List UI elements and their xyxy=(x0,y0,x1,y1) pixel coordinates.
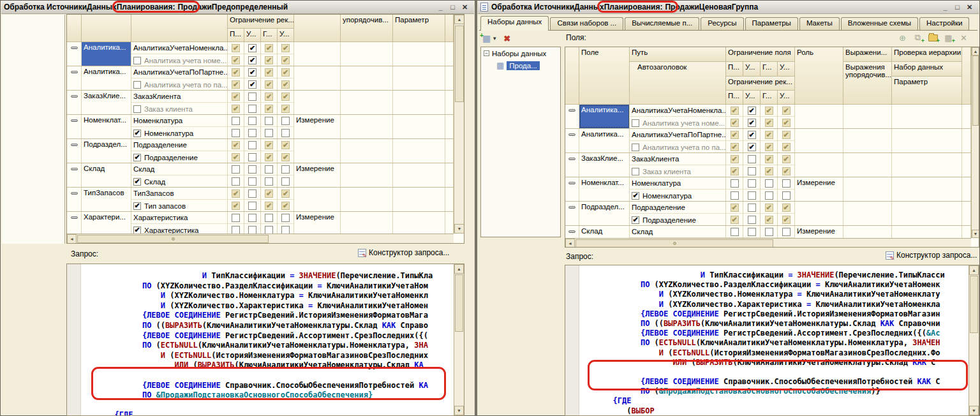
limit-main[interactable] xyxy=(244,139,260,151)
path-main[interactable]: АналитикаУчетаНоменкла... xyxy=(630,105,725,117)
maximize-icon[interactable]: □ xyxy=(953,3,961,11)
checkbox-dc[interactable] xyxy=(765,143,773,151)
limit-main[interactable] xyxy=(228,91,244,103)
limit-main[interactable] xyxy=(228,115,244,127)
checkbox-un[interactable] xyxy=(782,191,791,200)
checkbox-un[interactable] xyxy=(632,168,639,175)
checkbox-ec[interactable] xyxy=(133,130,141,137)
limit-main[interactable] xyxy=(761,153,777,165)
limit-main[interactable] xyxy=(244,163,260,175)
limit-main[interactable] xyxy=(743,177,760,189)
add-field-icon[interactable]: ⊕ xyxy=(897,33,908,43)
checkbox-un[interactable] xyxy=(248,141,256,149)
role-cell[interactable] xyxy=(294,139,341,163)
row-grip-icon[interactable] xyxy=(71,192,78,195)
right-table-hscrollbar[interactable]: ◄ xyxy=(565,238,971,248)
checkbox-un[interactable] xyxy=(281,214,290,222)
checkbox-un[interactable] xyxy=(232,214,240,222)
field-name-cell[interactable]: Характери... xyxy=(82,212,131,234)
empty-cell[interactable] xyxy=(843,153,892,177)
checkbox-un[interactable] xyxy=(265,226,273,234)
checkbox-ec[interactable] xyxy=(248,68,256,77)
scroll-up-icon[interactable]: ▲ xyxy=(969,265,979,275)
path-main[interactable]: Склад xyxy=(630,226,725,238)
checkbox-ec[interactable] xyxy=(632,192,639,200)
checkbox-dc[interactable] xyxy=(232,68,240,77)
checkbox-dc[interactable] xyxy=(782,107,791,115)
limit-sub[interactable] xyxy=(761,189,777,201)
limit-main[interactable] xyxy=(261,115,277,127)
field-name-cell[interactable]: Склад xyxy=(82,163,131,187)
field-name-cell[interactable]: Номенклат... xyxy=(82,115,131,138)
collapse-icon[interactable]: − xyxy=(484,50,489,56)
field-path-cell[interactable]: АналитикаУчетаНоменкла...Аналитика учета… xyxy=(630,105,726,128)
limit-checkbox-cell[interactable] xyxy=(743,105,761,128)
empty-cell[interactable] xyxy=(393,115,445,138)
field-path-cell[interactable]: ПодразделениеПодразделение xyxy=(630,202,726,225)
checkbox-dc[interactable] xyxy=(782,204,791,212)
checkbox-un[interactable] xyxy=(232,165,240,174)
checkbox-un[interactable] xyxy=(281,177,290,186)
limit-checkbox-cell[interactable] xyxy=(778,153,795,177)
limit-checkbox-cell[interactable] xyxy=(228,66,244,90)
limit-checkbox-cell[interactable] xyxy=(743,177,761,201)
checkbox-un[interactable] xyxy=(765,228,773,236)
add-table-field-icon[interactable]: ▦+ xyxy=(943,33,954,43)
checkbox-dc[interactable] xyxy=(281,93,290,101)
limit-sub[interactable] xyxy=(278,127,293,138)
path-main[interactable]: Подразделение xyxy=(630,202,725,214)
limit-checkbox-cell[interactable] xyxy=(261,212,278,234)
path-autotitle[interactable]: Аналитика учета по па... xyxy=(131,78,227,90)
checkbox-un[interactable] xyxy=(748,167,756,175)
limit-main[interactable] xyxy=(261,91,277,103)
right-titlebar[interactable]: Обработка ИсточникиДанныхПланирования: П… xyxy=(478,1,979,14)
checkbox-dc[interactable] xyxy=(765,131,773,139)
limit-checkbox-cell[interactable] xyxy=(761,202,778,225)
checkbox-dc[interactable] xyxy=(731,131,739,139)
empty-cell[interactable] xyxy=(445,139,454,163)
role-cell[interactable]: Измерение xyxy=(795,226,843,238)
limit-sub[interactable] xyxy=(228,224,244,234)
field-path-cell[interactable]: СкладСклад xyxy=(630,226,726,238)
role-cell[interactable] xyxy=(795,105,843,128)
checkbox-un[interactable] xyxy=(248,129,256,137)
empty-cell[interactable] xyxy=(962,202,971,225)
left-query-editor[interactable]: И ТипКлассификации = ЗНАЧЕНИЕ(Перечислен… xyxy=(66,264,464,416)
path-autotitle[interactable]: Заказ клиента xyxy=(131,103,227,114)
empty-cell[interactable] xyxy=(341,42,393,66)
limit-main[interactable] xyxy=(244,66,260,78)
left-table-vscrollbar[interactable]: ▲ ▼ xyxy=(454,15,464,234)
role-cell[interactable] xyxy=(294,188,341,211)
empty-cell[interactable] xyxy=(843,202,892,225)
empty-cell[interactable] xyxy=(445,42,454,66)
path-autotitle[interactable]: Аналитика учета по па... xyxy=(630,141,725,152)
scroll-down-icon[interactable]: ▼ xyxy=(454,224,464,234)
checkbox-un[interactable] xyxy=(265,165,273,174)
checkbox-ec[interactable] xyxy=(133,178,141,186)
limit-main[interactable] xyxy=(278,115,293,127)
row-grip-icon[interactable] xyxy=(568,230,575,233)
limit-sub[interactable] xyxy=(778,189,794,201)
checkbox-dc[interactable] xyxy=(731,119,739,127)
limit-checkbox-cell[interactable] xyxy=(261,66,278,90)
limit-checkbox-cell[interactable] xyxy=(726,202,743,225)
empty-cell[interactable] xyxy=(341,163,393,187)
limit-sub[interactable] xyxy=(228,103,244,114)
row-grip-cell[interactable] xyxy=(565,153,579,177)
checkbox-dc[interactable] xyxy=(265,202,273,210)
limit-checkbox-cell[interactable] xyxy=(228,91,244,114)
scroll-left-icon[interactable]: ◄ xyxy=(67,234,77,244)
checkbox-un[interactable] xyxy=(281,129,290,137)
limit-main[interactable] xyxy=(228,188,244,200)
path-main[interactable]: АналитикаУчетаПоПартне... xyxy=(630,129,725,141)
empty-cell[interactable] xyxy=(341,139,393,163)
field-name-cell[interactable]: Аналитика... xyxy=(579,129,630,152)
row-grip-cell[interactable] xyxy=(67,188,82,211)
limit-sub[interactable] xyxy=(228,200,244,211)
row-grip-icon[interactable] xyxy=(71,47,78,49)
limit-sub[interactable] xyxy=(261,224,277,234)
checkbox-dc[interactable] xyxy=(765,167,773,175)
field-name-cell[interactable]: Аналитика... xyxy=(82,66,131,90)
empty-cell[interactable] xyxy=(341,91,393,114)
limit-main[interactable] xyxy=(761,129,777,141)
